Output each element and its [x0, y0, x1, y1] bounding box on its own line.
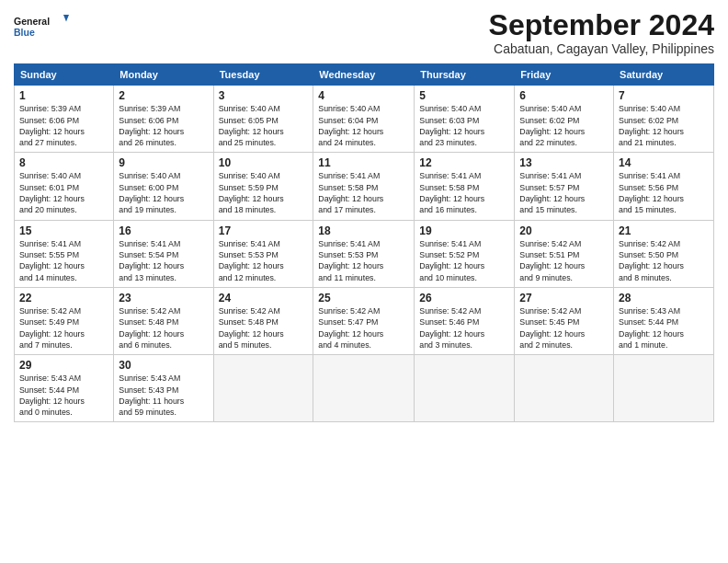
day-info: Sunrise: 5:42 AM Sunset: 5:48 PM Dayligh… — [119, 305, 208, 350]
title-block: September 2024 Cabatuan, Cagayan Valley,… — [489, 9, 714, 56]
day-number: 5 — [419, 89, 509, 102]
day-info: Sunrise: 5:40 AM Sunset: 5:59 PM Dayligh… — [219, 170, 309, 215]
day-number: 3 — [219, 89, 309, 102]
day-number: 17 — [219, 224, 309, 237]
day-number: 19 — [419, 224, 509, 237]
calendar-week-row: 22Sunrise: 5:42 AM Sunset: 5:49 PM Dayli… — [15, 287, 714, 354]
day-info: Sunrise: 5:43 AM Sunset: 5:43 PM Dayligh… — [119, 373, 208, 418]
day-info: Sunrise: 5:41 AM Sunset: 5:58 PM Dayligh… — [419, 170, 509, 215]
calendar-day-cell: 11Sunrise: 5:41 AM Sunset: 5:58 PM Dayli… — [313, 153, 415, 220]
day-info: Sunrise: 5:42 AM Sunset: 5:47 PM Dayligh… — [318, 305, 409, 350]
day-info: Sunrise: 5:42 AM Sunset: 5:50 PM Dayligh… — [619, 238, 709, 283]
calendar-day-cell — [213, 355, 313, 422]
calendar-day-cell: 30Sunrise: 5:43 AM Sunset: 5:43 PM Dayli… — [114, 355, 213, 422]
day-info: Sunrise: 5:43 AM Sunset: 5:44 PM Dayligh… — [619, 305, 709, 350]
day-number: 7 — [619, 89, 709, 102]
day-info: Sunrise: 5:41 AM Sunset: 5:57 PM Dayligh… — [519, 170, 609, 215]
day-info: Sunrise: 5:41 AM Sunset: 5:54 PM Dayligh… — [119, 238, 208, 283]
day-number: 14 — [619, 156, 709, 169]
day-number: 6 — [519, 89, 609, 102]
day-number: 10 — [219, 156, 309, 169]
day-info: Sunrise: 5:40 AM Sunset: 6:01 PM Dayligh… — [19, 170, 108, 215]
calendar-day-cell: 12Sunrise: 5:41 AM Sunset: 5:58 PM Dayli… — [415, 153, 515, 220]
day-number: 12 — [419, 156, 509, 169]
day-number: 18 — [318, 224, 409, 237]
header-thursday: Thursday — [415, 64, 515, 86]
calendar-day-cell: 15Sunrise: 5:41 AM Sunset: 5:55 PM Dayli… — [15, 220, 114, 287]
calendar-day-cell: 6Sunrise: 5:40 AM Sunset: 6:02 PM Daylig… — [515, 86, 614, 153]
svg-text:Blue: Blue — [14, 27, 35, 38]
header-saturday: Saturday — [614, 64, 714, 86]
day-number: 1 — [19, 89, 108, 102]
page: General Blue September 2024 Cabatuan, Ca… — [0, 0, 728, 563]
day-number: 4 — [318, 89, 409, 102]
day-number: 15 — [19, 224, 108, 237]
day-number: 13 — [519, 156, 609, 169]
calendar-day-cell: 17Sunrise: 5:41 AM Sunset: 5:53 PM Dayli… — [213, 220, 313, 287]
calendar-day-cell: 1Sunrise: 5:39 AM Sunset: 6:06 PM Daylig… — [15, 86, 114, 153]
calendar-day-cell: 7Sunrise: 5:40 AM Sunset: 6:02 PM Daylig… — [614, 86, 714, 153]
day-info: Sunrise: 5:41 AM Sunset: 5:52 PM Dayligh… — [419, 238, 509, 283]
subtitle: Cabatuan, Cagayan Valley, Philippines — [489, 41, 714, 56]
day-info: Sunrise: 5:41 AM Sunset: 5:56 PM Dayligh… — [619, 170, 709, 215]
day-info: Sunrise: 5:39 AM Sunset: 6:06 PM Dayligh… — [119, 103, 208, 148]
calendar-day-cell: 4Sunrise: 5:40 AM Sunset: 6:04 PM Daylig… — [313, 86, 415, 153]
day-number: 2 — [119, 89, 208, 102]
calendar-day-cell: 19Sunrise: 5:41 AM Sunset: 5:52 PM Dayli… — [415, 220, 515, 287]
day-info: Sunrise: 5:40 AM Sunset: 6:04 PM Dayligh… — [318, 103, 409, 148]
header-wednesday: Wednesday — [313, 64, 415, 86]
day-number: 8 — [19, 156, 108, 169]
day-info: Sunrise: 5:42 AM Sunset: 5:48 PM Dayligh… — [219, 305, 309, 350]
day-number: 21 — [619, 224, 709, 237]
svg-marker-2 — [63, 15, 69, 22]
header-sunday: Sunday — [15, 64, 114, 86]
calendar-day-cell — [415, 355, 515, 422]
calendar-day-cell: 29Sunrise: 5:43 AM Sunset: 5:44 PM Dayli… — [15, 355, 114, 422]
day-number: 26 — [419, 292, 509, 304]
logo: General Blue — [14, 9, 69, 42]
logo-svg: General Blue — [14, 9, 69, 42]
calendar-day-cell: 26Sunrise: 5:42 AM Sunset: 5:46 PM Dayli… — [415, 287, 515, 354]
calendar-day-cell: 24Sunrise: 5:42 AM Sunset: 5:48 PM Dayli… — [213, 287, 313, 354]
calendar-day-cell: 2Sunrise: 5:39 AM Sunset: 6:06 PM Daylig… — [114, 86, 213, 153]
calendar-day-cell: 25Sunrise: 5:42 AM Sunset: 5:47 PM Dayli… — [313, 287, 415, 354]
day-info: Sunrise: 5:42 AM Sunset: 5:49 PM Dayligh… — [19, 305, 108, 350]
day-number: 28 — [619, 292, 709, 304]
day-number: 11 — [318, 156, 409, 169]
calendar-header-row: SundayMondayTuesdayWednesdayThursdayFrid… — [15, 64, 714, 86]
day-number: 29 — [19, 359, 108, 372]
day-info: Sunrise: 5:40 AM Sunset: 6:02 PM Dayligh… — [519, 103, 609, 148]
header-friday: Friday — [515, 64, 614, 86]
calendar-day-cell — [614, 355, 714, 422]
header-tuesday: Tuesday — [213, 64, 313, 86]
svg-text:General: General — [14, 16, 50, 27]
calendar-week-row: 15Sunrise: 5:41 AM Sunset: 5:55 PM Dayli… — [15, 220, 714, 287]
calendar-day-cell: 8Sunrise: 5:40 AM Sunset: 6:01 PM Daylig… — [15, 153, 114, 220]
day-info: Sunrise: 5:43 AM Sunset: 5:44 PM Dayligh… — [19, 373, 108, 418]
day-info: Sunrise: 5:42 AM Sunset: 5:51 PM Dayligh… — [519, 238, 609, 283]
calendar-day-cell: 21Sunrise: 5:42 AM Sunset: 5:50 PM Dayli… — [614, 220, 714, 287]
calendar-day-cell: 16Sunrise: 5:41 AM Sunset: 5:54 PM Dayli… — [114, 220, 213, 287]
calendar-day-cell: 3Sunrise: 5:40 AM Sunset: 6:05 PM Daylig… — [213, 86, 313, 153]
day-number: 25 — [318, 292, 409, 304]
calendar-week-row: 1Sunrise: 5:39 AM Sunset: 6:06 PM Daylig… — [15, 86, 714, 153]
calendar-day-cell: 22Sunrise: 5:42 AM Sunset: 5:49 PM Dayli… — [15, 287, 114, 354]
day-info: Sunrise: 5:40 AM Sunset: 6:02 PM Dayligh… — [619, 103, 709, 148]
day-info: Sunrise: 5:40 AM Sunset: 6:05 PM Dayligh… — [219, 103, 309, 148]
calendar-day-cell: 14Sunrise: 5:41 AM Sunset: 5:56 PM Dayli… — [614, 153, 714, 220]
calendar-day-cell: 18Sunrise: 5:41 AM Sunset: 5:53 PM Dayli… — [313, 220, 415, 287]
calendar-week-row: 8Sunrise: 5:40 AM Sunset: 6:01 PM Daylig… — [15, 153, 714, 220]
calendar-day-cell: 28Sunrise: 5:43 AM Sunset: 5:44 PM Dayli… — [614, 287, 714, 354]
day-info: Sunrise: 5:41 AM Sunset: 5:53 PM Dayligh… — [318, 238, 409, 283]
calendar-day-cell: 10Sunrise: 5:40 AM Sunset: 5:59 PM Dayli… — [213, 153, 313, 220]
day-info: Sunrise: 5:39 AM Sunset: 6:06 PM Dayligh… — [19, 103, 108, 148]
day-info: Sunrise: 5:40 AM Sunset: 6:03 PM Dayligh… — [419, 103, 509, 148]
calendar-table: SundayMondayTuesdayWednesdayThursdayFrid… — [14, 63, 714, 422]
calendar-day-cell: 5Sunrise: 5:40 AM Sunset: 6:03 PM Daylig… — [415, 86, 515, 153]
calendar-day-cell: 9Sunrise: 5:40 AM Sunset: 6:00 PM Daylig… — [114, 153, 213, 220]
day-number: 9 — [119, 156, 208, 169]
day-info: Sunrise: 5:41 AM Sunset: 5:53 PM Dayligh… — [219, 238, 309, 283]
calendar-day-cell: 23Sunrise: 5:42 AM Sunset: 5:48 PM Dayli… — [114, 287, 213, 354]
day-number: 30 — [119, 359, 208, 372]
calendar-day-cell — [313, 355, 415, 422]
